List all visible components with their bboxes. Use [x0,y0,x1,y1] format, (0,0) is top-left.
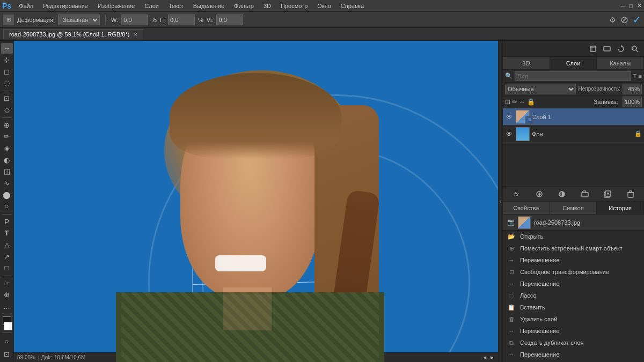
menu-window[interactable]: Окно [313,2,335,10]
add-adjustment-icon[interactable] [557,189,567,200]
blur-tool-btn[interactable]: ⬤ [1,189,13,200]
history-item-9[interactable]: ⧉ Создать дубликат слоя [503,337,644,349]
eyedropper-tool-btn[interactable]: ◇ [1,105,13,115]
layer-1-visibility[interactable]: 👁 [505,113,514,121]
tab-history[interactable]: История [597,202,644,214]
canvas-scroll-left[interactable]: ◄ [482,354,487,360]
artboard-icon[interactable] [601,43,613,55]
history-item-5[interactable]: ◌ Лассо [503,290,644,301]
doc-label: Доk: [41,354,52,360]
layer-item-bg[interactable]: 👁 Фон 🔒 [503,125,644,143]
history-item-1[interactable]: ⊕ Поместить встроенный смарт-объект [503,242,644,254]
menu-3d[interactable]: 3D [259,2,275,10]
new-layer-icon[interactable] [602,189,613,200]
lock-all-icon[interactable]: 🔒 [527,98,535,106]
healing-tool-btn[interactable]: ⊕ [1,120,13,131]
history-item-6[interactable]: 📋 Вставить [503,301,644,313]
history-brush-btn[interactable]: ◐ [1,154,13,165]
fill-input[interactable] [623,97,642,107]
warp-confirm-btn[interactable]: ✓ [633,14,641,26]
bg-color-swatch[interactable] [4,322,12,330]
tab-character[interactable]: Символ [550,202,597,214]
layers-filter-icon[interactable]: ≡ [639,73,642,79]
history-item-10[interactable]: ↔ Перемещение [503,349,644,360]
layer-bg-visibility[interactable]: 👁 [505,130,514,138]
history-item-label-8: Перемещение [520,328,559,334]
lock-transparent-icon[interactable]: ⊡ [505,98,510,106]
menu-help[interactable]: Справка [336,2,368,10]
canvas-scroll-right[interactable]: ► [489,354,495,360]
lasso-tool-btn[interactable]: ◌ [1,78,13,88]
new-group-icon[interactable] [580,189,590,200]
dodge-tool-btn[interactable]: ○ [1,201,13,212]
restore-btn[interactable]: □ [629,3,633,9]
gradient-tool-btn[interactable]: ∿ [1,178,13,189]
move-tool-btn[interactable]: ↔ [1,43,13,54]
menu-file[interactable]: Файл [14,2,38,10]
fill-row: ⊡ ✏ ↔ 🔒 Заливка: [503,95,644,108]
panel-collapse-strip[interactable]: ‹ [498,41,502,362]
history-item-2[interactable]: ↔ Перемещение [503,254,644,266]
rotate-icon[interactable] [615,43,627,55]
h-input[interactable] [168,14,195,25]
selection-tool-btn[interactable]: ⊹ [1,55,13,65]
menu-text[interactable]: Текст [164,2,188,10]
menu-image[interactable]: Изображение [93,2,139,10]
menu-view[interactable]: Просмотр [276,2,312,10]
history-item-8[interactable]: ↔ Перемещение [503,325,644,337]
quick-mask-btn[interactable]: ○ [1,335,13,347]
tab-channels[interactable]: Каналы [597,57,644,69]
document-tab[interactable]: road-2508733.jpg @ 59,1% (Слой 1, RGB/8*… [3,29,143,39]
history-item-icon-6: 📋 [507,303,516,312]
history-item-0[interactable]: 📂 Открыть [503,231,644,242]
direct-tool-btn[interactable]: ↗ [1,251,13,262]
tab-3d[interactable]: 3D [503,57,550,69]
menu-select[interactable]: Выделение [189,2,229,10]
delete-layer-icon[interactable] [625,189,636,200]
fx-icon[interactable]: fx [511,189,522,200]
crop-tool-btn[interactable]: ⊡ [1,93,13,104]
history-item-icon-10: ↔ [507,350,516,359]
tab-properties[interactable]: Свойства [503,202,550,214]
zoom-tool-btn[interactable]: ⊕ [1,290,13,300]
more-tools-btn[interactable]: … [1,301,13,312]
blend-mode-select[interactable]: Обычные [505,84,576,94]
layer-item-1[interactable]: 👁 ⊞ Слой 1 [503,108,644,125]
lock-position-icon[interactable]: ↔ [519,98,525,106]
collapse-icon: ‹ [500,198,501,204]
shape-tool-btn[interactable]: □ [1,263,13,274]
history-item-7[interactable]: 🗑 Удалить слой [503,313,644,325]
add-mask-icon[interactable] [534,189,545,200]
text-tool-btn[interactable]: T [1,228,13,239]
tab-close-btn[interactable]: × [134,31,137,38]
lock-paint-icon[interactable]: ✏ [512,98,517,106]
opacity-input[interactable] [623,84,642,94]
3d-icon[interactable] [587,43,599,55]
hand-tool-btn[interactable]: ☞ [1,278,13,289]
menu-filter[interactable]: Фильтр [230,2,258,10]
eraser-tool-btn[interactable]: ◫ [1,166,13,177]
w-input[interactable] [121,14,148,25]
layers-search-input[interactable] [515,71,631,81]
layers-type-icon[interactable]: T [633,73,637,79]
warp-settings-icon[interactable]: ⚙ [609,16,616,24]
photo-canvas[interactable] [14,41,498,362]
brush-tool-btn[interactable]: ✏ [1,131,13,142]
marquee-tool-btn[interactable]: ◻ [1,66,13,77]
warp-cancel-btn[interactable]: ⊘ [620,14,628,26]
stamp-tool-btn[interactable]: ◈ [1,143,13,154]
warp-select[interactable]: Заказная [58,14,100,25]
tab-layers[interactable]: Слои [550,57,597,69]
menu-edit[interactable]: Редактирование [39,2,92,10]
search-right-icon[interactable] [629,43,641,55]
history-item-3[interactable]: ⊡ Свободное трансформирование [503,266,644,278]
menu-layers[interactable]: Слои [140,2,163,10]
close-btn[interactable]: ✕ [637,2,642,9]
vi-input[interactable] [216,14,243,25]
minimize-btn[interactable]: ─ [621,3,625,9]
screen-mode-btn[interactable]: ⊡ [1,348,13,360]
pen-tool-btn[interactable]: P [1,216,13,227]
path-tool-btn[interactable]: △ [1,240,13,250]
hair-top [170,73,341,159]
history-item-4[interactable]: ↔ Перемещение [503,278,644,290]
